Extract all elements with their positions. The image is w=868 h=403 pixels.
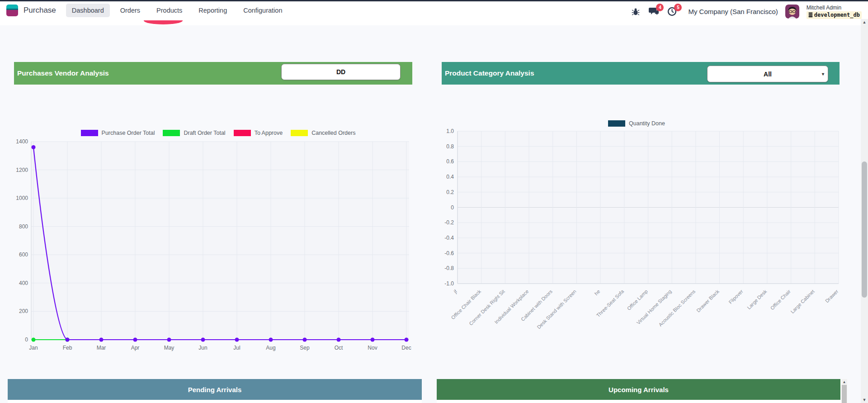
- svg-text:Nov: Nov: [368, 345, 377, 351]
- svg-text:1200: 1200: [16, 167, 28, 173]
- top-navbar: Purchase Dashboard Orders Products Repor…: [0, 0, 868, 19]
- scroll-up-arrow-icon[interactable]: ▲: [841, 379, 847, 384]
- svg-text:jf: jf: [452, 288, 458, 294]
- svg-text:200: 200: [19, 308, 28, 314]
- svg-text:0: 0: [25, 337, 28, 343]
- user-menu[interactable]: Mitchell Admin development_db: [807, 5, 862, 19]
- company-switcher[interactable]: My Company (San Francisco): [688, 8, 778, 15]
- purchase-dashboard-page: Purchase Dashboard Orders Products Repor…: [0, 0, 868, 403]
- svg-text:0.2: 0.2: [446, 189, 454, 195]
- upcoming-arrivals-header: Upcoming Arrivals: [437, 379, 840, 400]
- database-name: development_db: [814, 12, 860, 19]
- category-filter-select[interactable]: All ▾: [707, 66, 828, 82]
- svg-text:Large Desk: Large Desk: [746, 289, 768, 311]
- svg-text:Jul: Jul: [233, 345, 240, 351]
- bug-icon: [632, 8, 640, 16]
- svg-text:Oct: Oct: [335, 345, 343, 351]
- scrollbar-down-arrow-icon[interactable]: ▼: [861, 397, 868, 403]
- upcoming-arrivals-panel: Upcoming Arrivals: [437, 379, 847, 403]
- page-scrollbar-thumb[interactable]: [862, 161, 867, 298]
- menu-products[interactable]: Products: [151, 4, 188, 17]
- svg-text:Feb: Feb: [63, 345, 72, 351]
- svg-text:May: May: [164, 345, 175, 351]
- svg-text:0.6: 0.6: [446, 158, 454, 165]
- svg-text:-1.0: -1.0: [444, 280, 454, 287]
- menu-orders[interactable]: Orders: [114, 4, 146, 17]
- svg-text:-0.6: -0.6: [444, 250, 454, 256]
- upcoming-arrivals-title: Upcoming Arrivals: [609, 386, 669, 394]
- database-icon: [808, 12, 813, 18]
- chevron-down-icon: ▾: [822, 71, 824, 76]
- category-filter-value: All: [764, 71, 772, 78]
- activities-count-badge: 5: [674, 4, 682, 11]
- svg-text:Dec: Dec: [401, 345, 411, 351]
- vendor-filter-select[interactable]: DD: [281, 64, 401, 80]
- svg-text:Drawer Black: Drawer Black: [695, 289, 720, 313]
- svg-text:Mar: Mar: [97, 345, 106, 351]
- menu-reporting[interactable]: Reporting: [193, 4, 233, 17]
- svg-text:0.8: 0.8: [446, 143, 454, 150]
- svg-text:Apr: Apr: [131, 345, 140, 351]
- svg-text:-0.4: -0.4: [444, 235, 454, 241]
- svg-text:1000: 1000: [16, 195, 28, 201]
- purchase-app-icon[interactable]: [6, 5, 18, 16]
- messages-count-badge: 4: [656, 4, 664, 11]
- svg-text:600: 600: [19, 251, 28, 258]
- svg-text:Office Chair: Office Chair: [769, 289, 792, 311]
- vendor-line-chart[interactable]: 0200400600800100012001400JanFebMarAprMay…: [14, 128, 414, 354]
- content-top-strip: [0, 19, 868, 25]
- svg-text:Desk Stand with Screen: Desk Stand with Screen: [536, 289, 577, 330]
- scrollbar-up-arrow-icon[interactable]: ▲: [861, 19, 868, 25]
- menu-dashboard[interactable]: Dashboard: [66, 4, 110, 17]
- svg-text:1400: 1400: [16, 138, 28, 145]
- app-title[interactable]: Purchase: [24, 6, 56, 15]
- svg-text:1.0: 1.0: [446, 128, 454, 134]
- avatar-image: [785, 5, 799, 19]
- category-panel-title: Product Category Analysis: [445, 69, 534, 77]
- pending-arrivals-title: Pending Arrivals: [188, 386, 242, 394]
- svg-text:Aug: Aug: [266, 345, 275, 351]
- svg-text:Flipover: Flipover: [728, 289, 744, 305]
- svg-text:0.4: 0.4: [446, 174, 454, 180]
- pending-arrivals-header: Pending Arrivals: [8, 379, 422, 400]
- vendor-panel-title: Purchases Vendor Analysis: [17, 69, 109, 77]
- svg-text:Large Cabinet: Large Cabinet: [789, 289, 815, 314]
- activities-button[interactable]: 5: [666, 6, 677, 17]
- category-bar-chart[interactable]: 1.00.80.60.40.20-0.2-0.4-0.6-0.8-1.0jfOf…: [434, 118, 850, 360]
- svg-text:-0.8: -0.8: [444, 265, 454, 271]
- pending-arrivals-panel: Pending Arrivals: [8, 379, 422, 403]
- svg-text:0: 0: [451, 204, 454, 211]
- svg-text:he: he: [593, 289, 601, 296]
- svg-text:Office Lamp: Office Lamp: [626, 289, 649, 311]
- svg-text:Jan: Jan: [29, 345, 38, 351]
- svg-text:Jun: Jun: [198, 345, 207, 351]
- svg-text:-0.2: -0.2: [444, 219, 454, 226]
- navbar-right-section: 4 5 My Company (San Francisco): [630, 3, 862, 20]
- svg-text:Sep: Sep: [300, 345, 310, 351]
- vendor-filter-value: DD: [336, 68, 345, 76]
- main-menu: Dashboard Orders Products Reporting Conf…: [66, 4, 288, 17]
- menu-configuration[interactable]: Configuration: [237, 4, 288, 17]
- debug-bug-icon[interactable]: [630, 6, 641, 17]
- page-scrollbar[interactable]: ▲ ▼: [861, 19, 868, 403]
- messages-button[interactable]: 4: [648, 6, 659, 17]
- user-avatar[interactable]: [785, 5, 799, 19]
- user-name: Mitchell Admin: [807, 5, 862, 11]
- svg-text:800: 800: [19, 223, 28, 230]
- upcoming-panel-scrollbar[interactable]: ▲: [841, 379, 847, 403]
- svg-text:400: 400: [19, 280, 28, 286]
- inner-scrollbar-thumb[interactable]: [842, 385, 847, 403]
- svg-text:Drawer: Drawer: [824, 289, 840, 304]
- database-badge: development_db: [807, 11, 862, 19]
